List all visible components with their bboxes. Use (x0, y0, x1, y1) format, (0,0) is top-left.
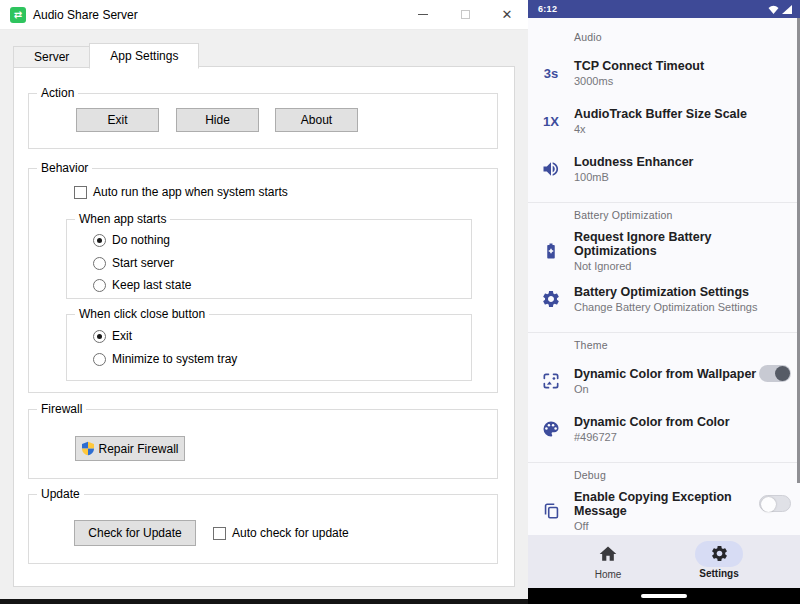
when-close-group: When click close button Exit Minimize to… (66, 314, 472, 381)
about-button[interactable]: About (275, 108, 358, 132)
radio-keep-last-state[interactable] (93, 279, 106, 292)
auto-check-checkbox[interactable] (213, 527, 226, 540)
repair-firewall-label: Repair Firewall (98, 442, 178, 456)
section-header-audio: Audio (574, 31, 602, 43)
setting-value: 100mB (574, 171, 760, 183)
section-header-theme: Theme (574, 339, 608, 351)
setting-dynamic-color-wallpaper[interactable]: Dynamic Color from Wallpaper On (528, 361, 800, 401)
exit-button[interactable]: Exit (76, 108, 159, 132)
close-button[interactable]: ✕ (486, 0, 528, 29)
behavior-group-legend: Behavior (37, 161, 92, 176)
section-header-debug: Debug (574, 469, 606, 481)
radio-keep-last-state-label: Keep last state (112, 278, 191, 292)
status-time: 6:12 (538, 4, 557, 14)
bottom-nav-bar: Home Settings (528, 535, 800, 588)
dynamic-color-wallpaper-toggle[interactable] (759, 365, 791, 382)
radio-keep-last-state-row[interactable]: Keep last state (93, 278, 191, 292)
action-group: Action Exit Hide About (28, 93, 498, 149)
update-group: Update Check for Update Auto check for u… (28, 494, 498, 564)
minimize-button[interactable] (402, 0, 444, 29)
autorun-checkbox-row[interactable]: Auto run the app when system starts (74, 185, 288, 199)
radio-minimize-tray[interactable] (93, 353, 106, 366)
app-settings-tab-page: Action Exit Hide About Behavior Auto run… (13, 66, 515, 587)
section-divider (528, 202, 800, 203)
wifi-icon (768, 5, 779, 14)
behavior-group: Behavior Auto run the app when system st… (28, 168, 498, 393)
gesture-pill-icon[interactable] (641, 594, 687, 598)
setting-request-ignore-battery[interactable]: Request Ignore Battery Optimizations Not… (528, 231, 800, 271)
radio-do-nothing-label: Do nothing (112, 233, 170, 247)
hide-button[interactable]: Hide (176, 108, 259, 132)
setting-value: #496727 (574, 431, 760, 443)
maximize-icon (461, 10, 470, 19)
audio-share-android-settings-screen: 6:12 Audio 3s TCP Connect Timeout 3000ms… (528, 0, 800, 604)
minimize-icon (418, 14, 428, 15)
radio-close-exit-label: Exit (112, 329, 132, 343)
tab-bar: Server App Settings (13, 43, 199, 68)
window-bottom-edge (0, 599, 528, 604)
audio-share-server-window: ⇄ Audio Share Server ✕ Server App Settin… (0, 0, 528, 604)
setting-loudness-enhancer[interactable]: Loudness Enhancer 100mB (528, 149, 800, 189)
nav-settings[interactable]: Settings (679, 535, 759, 588)
1x-text-icon: 1X (543, 114, 559, 129)
nav-settings-label: Settings (699, 568, 738, 579)
radio-close-exit[interactable] (93, 330, 106, 343)
tab-app-settings[interactable]: App Settings (89, 43, 199, 69)
setting-value: Not Ignored (574, 260, 760, 272)
wallpaper-icon (541, 371, 561, 391)
cellular-signal-icon (782, 5, 792, 14)
radio-start-server-label: Start server (112, 256, 174, 270)
radio-do-nothing[interactable] (93, 234, 106, 247)
app-icon: ⇄ (10, 7, 26, 23)
setting-title: AudioTrack Buffer Size Scale (574, 107, 760, 121)
maximize-button[interactable] (444, 0, 486, 29)
gesture-bar (528, 588, 800, 604)
radio-minimize-tray-label: Minimize to system tray (112, 352, 237, 366)
section-divider (528, 462, 800, 463)
setting-value: Off (574, 520, 760, 532)
setting-tcp-connect-timeout[interactable]: 3s TCP Connect Timeout 3000ms (528, 53, 800, 93)
palette-icon (541, 419, 561, 439)
auto-check-checkbox-row[interactable]: Auto check for update (213, 526, 349, 540)
copy-exception-toggle[interactable] (759, 495, 791, 512)
settings-gear-icon (710, 544, 729, 563)
setting-value: 3000ms (574, 75, 760, 87)
radio-close-exit-row[interactable]: Exit (93, 329, 132, 343)
uac-shield-icon (81, 441, 95, 456)
radio-start-server[interactable] (93, 257, 106, 270)
autorun-checkbox[interactable] (74, 186, 87, 199)
firewall-group: Firewall Repair Firewall (28, 409, 498, 479)
setting-enable-copy-exception[interactable]: Enable Copying Exception Message Off (528, 491, 800, 531)
setting-audiotrack-buffer-scale[interactable]: 1X AudioTrack Buffer Size Scale 4x (528, 101, 800, 141)
screenshot: ⇄ Audio Share Server ✕ Server App Settin… (0, 0, 800, 604)
setting-title: Request Ignore Battery Optimizations (574, 230, 760, 258)
tab-server[interactable]: Server (13, 46, 90, 68)
action-group-legend: Action (37, 86, 78, 101)
nav-home[interactable]: Home (568, 535, 648, 588)
copy-icon (542, 501, 561, 521)
when-close-legend: When click close button (75, 307, 209, 322)
setting-battery-optimization-settings[interactable]: Battery Optimization Settings Change Bat… (528, 279, 800, 319)
repair-firewall-button[interactable]: Repair Firewall (75, 436, 185, 461)
setting-value: 4x (574, 123, 760, 135)
setting-title: Battery Optimization Settings (574, 285, 760, 299)
update-group-legend: Update (37, 487, 84, 502)
home-icon (598, 544, 618, 564)
window-titlebar[interactable]: ⇄ Audio Share Server ✕ (0, 0, 528, 30)
setting-dynamic-color-from-color[interactable]: Dynamic Color from Color #496727 (528, 409, 800, 449)
speaker-icon (541, 159, 561, 179)
check-for-update-button[interactable]: Check for Update (74, 520, 196, 546)
setting-title: Dynamic Color from Wallpaper (574, 367, 760, 381)
radio-start-server-row[interactable]: Start server (93, 256, 174, 270)
toggle-thumb (775, 366, 790, 381)
auto-check-label: Auto check for update (232, 526, 349, 540)
radio-do-nothing-row[interactable]: Do nothing (93, 233, 170, 247)
status-icons (768, 5, 792, 14)
setting-title: Loudness Enhancer (574, 155, 760, 169)
setting-value: Change Battery Optimization Settings (574, 301, 760, 313)
android-status-bar: 6:12 (528, 0, 800, 18)
battery-plus-icon (542, 241, 560, 261)
nav-home-label: Home (595, 569, 622, 580)
radio-minimize-tray-row[interactable]: Minimize to system tray (93, 352, 237, 366)
when-app-starts-legend: When app starts (75, 212, 170, 227)
